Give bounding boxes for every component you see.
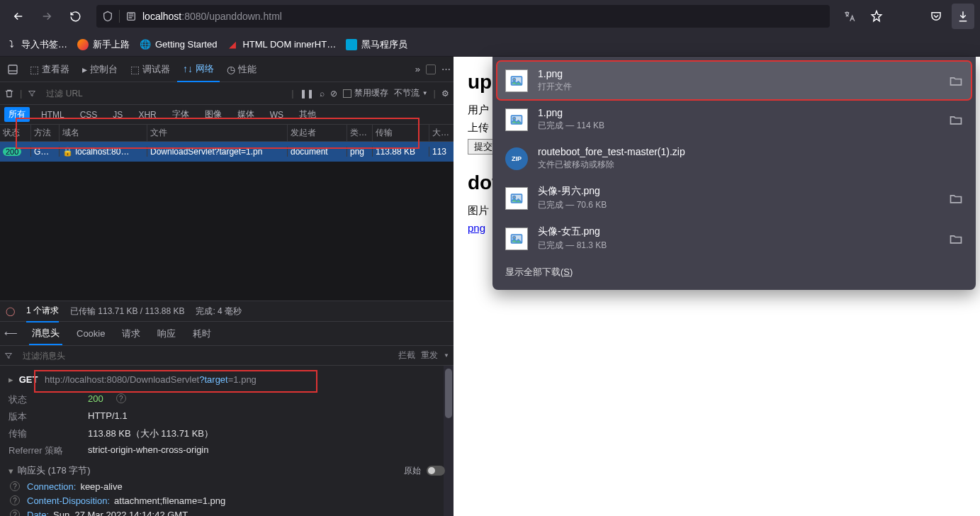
label-status: 状态 [9,393,79,406]
tab-console[interactable]: ▸控制台 [77,57,123,82]
network-filters: 所有 HTML CSS JS XHR 字体 图像 媒体 WS 其他 [0,105,454,125]
filter-headers-input[interactable] [18,349,393,362]
download-item-active[interactable]: 1.png打开文件 [497,61,971,100]
funnel-icon[interactable] [4,352,13,360]
filter-xhr[interactable]: XHR [134,108,160,121]
console-icon: ▸ [82,64,87,75]
filter-js[interactable]: JS [108,108,127,121]
help-icon[interactable]: ? [10,481,20,491]
open-folder-icon[interactable] [949,191,963,206]
bookmark-import[interactable]: ⤵导入书签… [6,38,67,51]
pause-icon[interactable]: ❚❚ [300,89,314,99]
throttle-select[interactable]: 不节流 ▼ [394,87,428,99]
firefox-icon [77,39,89,50]
info-icon[interactable] [125,11,137,22]
no-cache-checkbox[interactable]: 禁用缓存 [343,87,388,99]
open-folder-icon[interactable] [949,113,963,127]
filter-media[interactable]: 媒体 [233,107,259,122]
help-icon[interactable]: ? [10,510,20,516]
filter-all[interactable]: 所有 [4,107,30,122]
overflow-icon[interactable]: » [415,64,420,74]
settings-gear-icon[interactable]: ⚙ [441,89,449,99]
bookmark-getting-started[interactable]: 🌐Getting Started [140,39,217,50]
pocket-icon[interactable] [925,4,947,29]
value-version: HTTP/1.1 [88,410,128,423]
filter-other[interactable]: 其他 [295,107,320,122]
download-item[interactable]: 1.png已完成 — 114 KB [497,100,971,139]
col-initiator[interactable]: 发起者 [288,125,347,141]
bookmark-star-icon[interactable] [865,4,888,29]
downloads-button[interactable] [952,4,974,29]
download-item[interactable]: ZIP routeboot_fore_test-master(1).zip文件已… [497,139,971,178]
col-transferred[interactable]: 传输 [373,125,429,141]
download-item[interactable]: 头像-女五.png已完成 — 81.3 KB [497,218,971,259]
col-file[interactable]: 文件 [147,125,288,141]
tab-performance[interactable]: ◷性能 [221,57,262,82]
bookmark-newbie[interactable]: 新手上路 [77,38,130,51]
download-name: 1.png [538,68,939,79]
raw-toggle[interactable] [427,466,445,476]
filter-html[interactable]: HTML [37,108,69,121]
filter-image[interactable]: 图像 [201,107,226,122]
filter-ws[interactable]: WS [266,108,288,121]
bookmark-heima[interactable]: 黑马程序员 [346,38,407,51]
filter-font[interactable]: 字体 [168,107,193,122]
lock-icon: 🔒 [62,147,73,157]
col-domain[interactable]: 域名 [60,125,147,141]
filter-url-input[interactable] [42,87,286,100]
devtools-tabs: ⬚查看器 ▸控制台 ⬚调试器 ↑↓网络 ◷性能 » ⋯ [0,57,454,82]
network-column-headers: 状态 方法 域名 文件 发起者 类… 传输 大… [0,125,454,142]
stop-icon[interactable]: ◯ [6,306,15,316]
translate-icon[interactable] [838,4,861,29]
detail-tab-response[interactable]: 响应 [154,323,179,344]
devtools-panel: ⬚查看器 ▸控制台 ⬚调试器 ↑↓网络 ◷性能 » ⋯ | | ❚❚ ⌕ ⊘ 禁… [0,57,454,516]
block-label[interactable]: 拦截 [398,349,415,361]
clear-button[interactable] [4,89,14,99]
forward-button[interactable] [34,4,60,29]
detail-tab-headers[interactable]: 消息头 [29,322,62,345]
network-request-row[interactable]: 200 G… 🔒 localhost:80… DownloadServlet?t… [0,142,454,162]
response-headers-section[interactable]: ▾ 响应头 (178 字节) 原始 [9,464,445,477]
status-badge: 200 [3,147,21,156]
col-status[interactable]: 状态 [0,125,31,141]
cell-transferred: 113.88 KB [373,147,429,157]
reload-button[interactable] [62,4,88,29]
download-status: 已完成 — 70.6 KB [538,199,939,211]
download-link[interactable]: png [468,222,485,234]
help-icon[interactable]: ? [116,393,126,403]
tab-inspector[interactable]: ⬚查看器 [24,57,75,82]
tab-debugger[interactable]: ⬚调试器 [125,57,176,82]
search-icon[interactable]: ⌕ [320,89,325,99]
url-bar[interactable]: localhost:8080/upanddown.html [96,5,830,28]
inspector-icon: ⬚ [30,64,39,75]
help-icon[interactable]: ? [10,495,20,505]
filter-icon[interactable] [28,89,36,98]
more-icon[interactable]: ⋯ [441,64,451,74]
filter-css[interactable]: CSS [76,108,102,121]
bookmark-dom[interactable]: ◢HTML DOM innerHT… [227,39,336,50]
detail-back-icon[interactable]: ⟵ [4,328,18,339]
detail-tab-cookies[interactable]: Cookie [74,324,108,343]
download-name: 头像-男六.png [538,185,939,198]
scrollbar[interactable] [444,366,454,516]
block-icon[interactable]: ⊘ [330,89,337,99]
detail-tab-request[interactable]: 请求 [119,323,143,344]
detail-tabs: ⟵ 消息头 Cookie 请求 响应 耗时 [0,322,454,346]
url-text: localhost:8080/upanddown.html [142,11,282,22]
col-size[interactable]: 大… [429,125,451,141]
devtools-dock-icon[interactable] [3,57,23,82]
detail-tab-timings[interactable]: 耗时 [190,323,214,344]
col-method[interactable]: 方法 [31,125,60,141]
col-type[interactable]: 类… [347,125,373,141]
show-all-downloads[interactable]: 显示全部下载(S) [497,259,971,286]
responsive-icon[interactable] [426,64,436,74]
download-item[interactable]: 头像-男六.png已完成 — 70.6 KB [497,178,971,218]
open-folder-icon[interactable] [949,74,963,88]
cell-file: DownloadServlet?target=1.pn [147,147,288,157]
tab-network[interactable]: ↑↓网络 [177,57,220,82]
value-transferred: 113.88 KB（大小 113.71 KB） [88,427,213,440]
resend-label[interactable]: 重发 [421,349,438,361]
open-folder-icon[interactable] [949,232,963,246]
back-button[interactable] [6,4,31,29]
statusbar-finish: 完成: 4 毫秒 [196,305,242,318]
